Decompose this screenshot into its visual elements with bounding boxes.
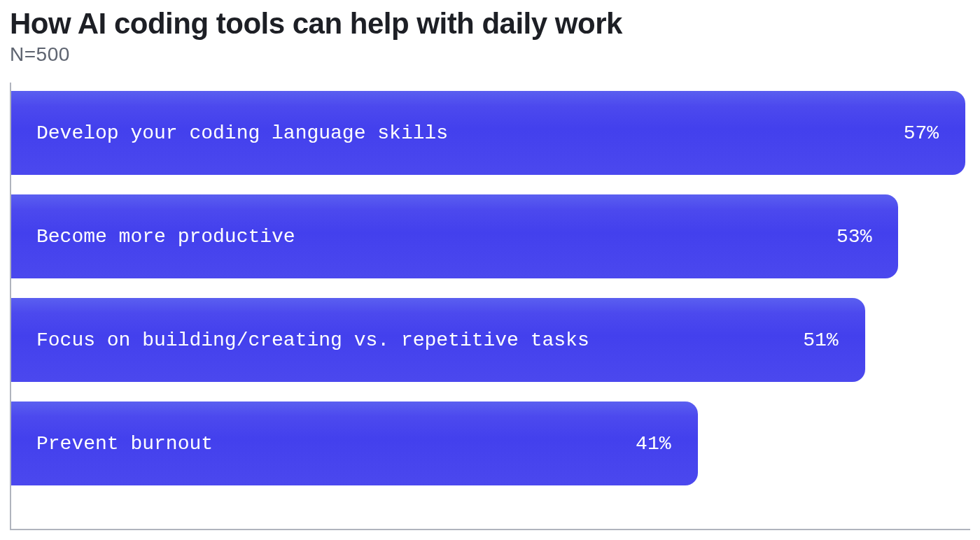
bar-label: Develop your coding language skills: [36, 122, 448, 144]
bar-row: Prevent burnout 41%: [11, 402, 970, 485]
bar-row: Focus on building/creating vs. repetitiv…: [11, 298, 970, 382]
bar-value: 53%: [836, 226, 872, 248]
chart-subtitle: N=500: [10, 43, 970, 66]
bar-value: 57%: [904, 122, 939, 144]
bar: Develop your coding language skills 57%: [11, 91, 965, 175]
bar: Become more productive 53%: [11, 194, 898, 278]
bar-value: 41%: [636, 433, 671, 455]
plot-area: Develop your coding language skills 57% …: [10, 83, 970, 530]
bar-value: 51%: [803, 329, 838, 351]
chart-title: How AI coding tools can help with daily …: [10, 7, 970, 41]
bar-label: Focus on building/creating vs. repetitiv…: [36, 329, 589, 351]
bar-label: Become more productive: [36, 226, 295, 248]
bar-row: Develop your coding language skills 57%: [11, 91, 970, 175]
bar: Prevent burnout 41%: [11, 402, 698, 485]
bar: Focus on building/creating vs. repetitiv…: [11, 298, 865, 382]
chart-container: How AI coding tools can help with daily …: [0, 0, 980, 540]
bar-row: Become more productive 53%: [11, 194, 970, 278]
bar-label: Prevent burnout: [36, 433, 213, 455]
